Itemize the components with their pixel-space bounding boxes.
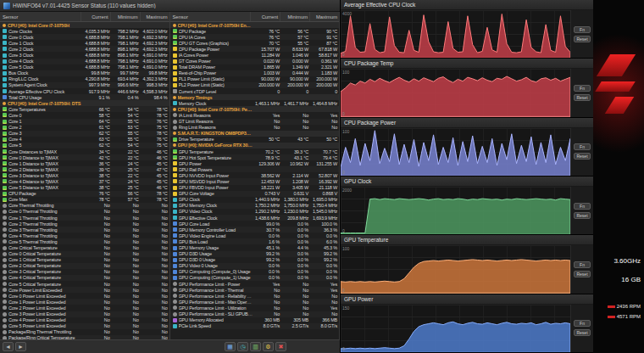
sensor-row[interactable]: Core 3 62 °C 55 °C 78 °C bbox=[0, 131, 169, 137]
sensor-row[interactable]: PL1 Power Limit (Static) 90.000 W 90.000… bbox=[170, 76, 340, 82]
nav-back-button[interactable]: ◄ bbox=[3, 342, 14, 351]
column-minimum[interactable]: Minimum bbox=[280, 12, 309, 21]
sensor-row[interactable]: GPU Performance Limit - Utilization No N… bbox=[170, 305, 340, 311]
sensor-row[interactable]: Core 1 64 °C 55 °C 76 °C bbox=[0, 119, 169, 125]
graph-fn-button[interactable]: Fn bbox=[574, 85, 591, 92]
sensor-row[interactable]: GPU Memory Allocated 360 MB 305 MB 366 M… bbox=[170, 317, 340, 323]
sensor-row[interactable]: Core 1 Distance to TjMAX 36 °C 24 °C 45 … bbox=[0, 160, 169, 166]
sensor-row[interactable]: Core 3 Power Limit Exceeded No No No bbox=[0, 311, 169, 317]
column-maximum[interactable]: Maximum bbox=[140, 12, 169, 21]
sensor-row[interactable]: PL2 Power Limit (Static) 200.000 W 200.0… bbox=[170, 82, 340, 88]
graph-reset-button[interactable]: Reset bbox=[574, 271, 591, 277]
sensor-row[interactable]: Core 3 Critical Temperature No No No bbox=[0, 269, 169, 275]
graph-fn-button[interactable]: Fn bbox=[574, 320, 591, 327]
sensor-row[interactable]: Core 0 Distance to TjMAX 42 °C 22 °C 46 … bbox=[0, 154, 169, 160]
clock-button[interactable]: ◷ bbox=[237, 342, 248, 351]
sensor-row[interactable]: Core 4 Clock 4,688.8 MHz 798.1 MHz 4,691… bbox=[0, 59, 169, 64]
sensor-row[interactable]: Core 5 Distance to TjMAX 38 °C 25 °C 46 … bbox=[0, 185, 169, 191]
sensor-row[interactable]: System Agent Clock 997.9 MHz 996.6 MHz 9… bbox=[0, 82, 169, 88]
sensor-row[interactable]: S.M.A.R.T.: KINGSTON OM8PDP3512B-A11 (51… bbox=[170, 131, 340, 137]
sensor-row[interactable]: Core Critical Temperature No No No bbox=[0, 244, 169, 250]
sensor-row[interactable]: GPU Effective Clock 1,438.6 MHz 209.8 MH… bbox=[170, 215, 340, 221]
sensor-row[interactable]: GPU Bus Load 1.6 % 0.0 % 6.0 % bbox=[170, 238, 340, 244]
sensor-row[interactable]: Core 0 58 °C 54 °C 78 °C bbox=[0, 112, 169, 118]
sensor-row[interactable]: CPU GT Cores (Graphics) 70 °C 55 °C 87 °… bbox=[170, 40, 340, 46]
nav-forward-button[interactable]: ► bbox=[15, 342, 26, 351]
graph-reset-button[interactable]: Reset bbox=[574, 153, 591, 160]
sensor-row[interactable]: Core 2 Power Limit Exceeded No No No bbox=[0, 305, 169, 311]
graph-reset-button[interactable]: Reset bbox=[574, 329, 591, 336]
sensor-row[interactable]: Package/Ring Thermal Throttling No No No bbox=[0, 329, 169, 335]
sensor-row[interactable]: Core 0 Clock 4,688.8 MHz 798.1 MHz 4,692… bbox=[0, 34, 169, 40]
sensor-row[interactable]: Core 3 Thermal Throttling No No No bbox=[0, 227, 169, 233]
graph-reset-button[interactable]: Reset bbox=[574, 94, 591, 101]
sensor-row[interactable]: GPU Memory Clock 1,750.2 MHz 1,750.0 MHz… bbox=[170, 203, 340, 209]
settings-button[interactable]: ⚙ bbox=[263, 342, 274, 351]
sensor-row[interactable]: GPU Performance Limit - SLI GPUBoost Syn… bbox=[170, 311, 340, 317]
sensor-row[interactable]: Core 1 Thermal Throttling No No No bbox=[0, 215, 169, 221]
sensor-row[interactable]: Drive Temperature 50 °C 43 °C 50 °C bbox=[170, 137, 340, 143]
sensor-row[interactable]: Ring Limit Reasons No No No bbox=[170, 125, 340, 131]
sensor-row[interactable]: GT Limit Reasons No No No bbox=[170, 119, 340, 125]
sensor-row[interactable]: GPU MSVDD Input Power 12.453 W 1.208 W 1… bbox=[170, 178, 340, 184]
graph-reset-button[interactable]: Reset bbox=[574, 36, 591, 42]
sensor-row[interactable]: CPU IA Cores 76 °C 57 °C 91 °C bbox=[170, 34, 340, 40]
sensor-row[interactable]: GPU D3D Usage 99.2 % 0.0 % 99.2 % bbox=[170, 251, 340, 257]
graph-title-bar[interactable]: CPU Package Temp bbox=[341, 59, 593, 69]
sensor-row[interactable]: GPU Clock 1,440.9 MHz 1,380.0 MHz 1,695.… bbox=[170, 197, 340, 203]
sensor-row[interactable]: Total CPU Usage 9.1 % 0.4 % 98.4 % bbox=[0, 94, 169, 100]
sensor-row[interactable]: Memory Clock 1,463.1 MHz 1,461.7 MHz 1,4… bbox=[170, 100, 340, 106]
sensor-row[interactable]: GPU Hot Spot Temperature 78.9 °C 43.1 °C… bbox=[170, 154, 340, 160]
sensor-row[interactable]: Core 3 Distance to TjMAX 38 °C 22 °C 45 … bbox=[0, 172, 169, 178]
sensor-row[interactable]: IA Cores Power 11.284 W 1.046 W 58.817 W bbox=[170, 52, 340, 58]
sensor-row[interactable]: CPU [#0]: Intel Core i7-10750H Enhanced bbox=[170, 22, 340, 28]
window-titlebar[interactable]: HWiNFO64 v7.01-4425 Sensor Status (110 v… bbox=[0, 0, 340, 12]
sensor-row[interactable]: Core 4 Power Limit Exceeded No No No bbox=[0, 317, 169, 323]
graph-title-bar[interactable]: Average Effective CPU Clock bbox=[341, 0, 593, 10]
sensor-row[interactable]: Core 5 Critical Temperature No No No bbox=[0, 281, 169, 287]
sensor-row[interactable]: Core 2 61 °C 53 °C 75 °C bbox=[0, 125, 169, 131]
sensor-row[interactable]: Core 0 Power Limit Exceeded No No No bbox=[0, 293, 169, 299]
sensor-row[interactable]: Memory Timings bbox=[170, 94, 340, 100]
graph-reset-button[interactable]: Reset bbox=[574, 212, 591, 219]
sensor-row[interactable]: Core 5 Clock 4,688.8 MHz 798.1 MHz 4,691… bbox=[0, 64, 169, 70]
sensor-row[interactable]: CPU Package Power 15.707 W 8.633 W 67.81… bbox=[170, 46, 340, 52]
sensor-row[interactable]: GPU Power 129.306 W 10.962 W 131.255 W bbox=[170, 160, 340, 166]
sensor-row[interactable]: GPU Rail Powers bbox=[170, 166, 340, 172]
sensor-row[interactable]: Core 2 Thermal Throttling No No No bbox=[0, 221, 169, 227]
sensor-row[interactable]: IA Limit Reasons Yes No Yes bbox=[170, 112, 340, 118]
sensor-row[interactable]: Average Effective CPU Clock 917.9 MHz 44… bbox=[0, 88, 169, 94]
graph-view-button[interactable]: ▦ bbox=[225, 342, 236, 351]
sensor-row[interactable]: GPU Performance Limit - Max Operating Vo… bbox=[170, 299, 340, 305]
sensor-row[interactable]: GPU Computing (Compute_0) Usage 0.0 % 0.… bbox=[170, 269, 340, 275]
sensor-row[interactable]: Core 1 Power Limit Exceeded No No No bbox=[0, 299, 169, 305]
sensor-row[interactable]: Core 5 Power Limit Exceeded No No No bbox=[0, 323, 169, 329]
sensor-row[interactable]: CPU [#0]: Intel Core i7-10750H bbox=[0, 22, 169, 28]
sensor-row[interactable]: Core 2 Critical Temperature No No No bbox=[0, 263, 169, 269]
sensor-row[interactable]: GPU Video Engine Load 0.0 % 0.0 % 0.0 % bbox=[170, 233, 340, 238]
column-current[interactable]: Current bbox=[250, 12, 280, 21]
column-sensor[interactable]: Sensor bbox=[170, 12, 251, 21]
sensor-row[interactable]: GPU Memory Controller Load 30.7 % 0.0 % … bbox=[170, 227, 340, 233]
close-button[interactable]: ✖ bbox=[275, 342, 286, 351]
sensor-row[interactable]: GPU Performance Limit - Power Yes No Yes bbox=[170, 281, 340, 287]
sensor-row[interactable]: Core 4 Thermal Throttling No No No bbox=[0, 233, 169, 238]
sensor-row[interactable]: Ring/LLC Clock 4,290.8 MHz 693.4 MHz 4,3… bbox=[0, 76, 169, 82]
sensor-row[interactable]: GPU Core Load 99.0 % 0.0 % 100.0 % bbox=[170, 221, 340, 227]
sensor-row[interactable]: Rest-of-Chip Power 1.003 W 0.444 W 1.183… bbox=[170, 70, 340, 76]
graph-title-bar[interactable]: GPU Temperature bbox=[341, 235, 593, 245]
sensor-row[interactable]: Core 0 Thermal Throttling No No No bbox=[0, 209, 169, 215]
sensor-row[interactable]: GPU FBVDD Input Power 18.221 W 3.405 W 2… bbox=[170, 185, 340, 191]
graph-title-bar[interactable]: GPU Clock bbox=[341, 176, 593, 187]
sensor-row[interactable]: GPU Performance Limit - Reliability Volt… bbox=[170, 293, 340, 299]
sensor-row[interactable]: GPU D3D 0 Usage 99.2 % 0.0 % 99.2 % bbox=[170, 257, 340, 263]
sensor-row[interactable]: Core 4 Distance to TjMAX 37 °C 24 °C 45 … bbox=[0, 178, 169, 184]
sensor-row[interactable]: Bus Clock 99.8 MHz 99.7 MHz 99.8 MHz bbox=[0, 70, 169, 76]
sensor-row[interactable]: GPU Performance Limit - Thermal No No Ye… bbox=[170, 287, 340, 293]
graph-fn-button[interactable]: Fn bbox=[574, 143, 591, 150]
column-maximum[interactable]: Maximum bbox=[309, 12, 339, 21]
sensor-row[interactable]: CPU Package 76 °C 56 °C 78 °C bbox=[0, 191, 169, 197]
sensor-row[interactable]: Core 0 Critical Temperature No No No bbox=[0, 251, 169, 257]
sensor-row[interactable]: GPU Video Clock 1,290.2 MHz 1,230.0 MHz … bbox=[170, 209, 340, 215]
sensor-row[interactable]: CPU Package 76 °C 56 °C 90 °C bbox=[170, 28, 340, 34]
